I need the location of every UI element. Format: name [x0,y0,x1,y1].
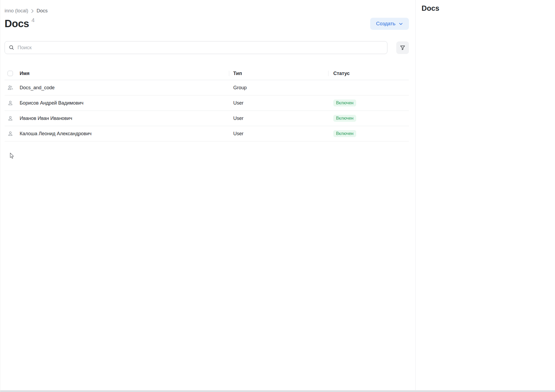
column-separator [229,71,229,76]
search-icon [9,45,14,51]
row-status: Включен [328,95,409,111]
breadcrumb: inno (local) Docs [5,8,409,14]
breadcrumb-item-root[interactable]: inno (local) [5,8,28,14]
entity-count: 4 [31,17,35,23]
row-status: Включен [328,111,409,126]
side-panel-title: Docs [422,4,555,13]
user-icon [8,100,13,106]
toolbar [5,41,409,54]
row-status: Включен [328,126,409,141]
table-row[interactable]: Калоша Леонид Александрович User Включен [5,126,409,141]
table-row[interactable]: Иванов Иван Иванович User Включен [5,111,409,126]
column-header-name[interactable]: Имя [20,71,229,76]
select-all-checkbox[interactable] [8,71,13,76]
page-header: Docs 4 Создать [5,17,409,30]
entity-table: Имя Тип Статус Docs_and_code Group [5,67,409,141]
status-badge: Включен [333,99,356,106]
app-window: inno (local) Docs Docs 4 Создать [0,0,555,392]
page-title: Docs [5,17,29,30]
table-row[interactable]: Борисов Андрей Вадимович User Включен [5,95,409,111]
row-status [328,80,409,95]
column-header-status[interactable]: Статус [328,67,409,80]
row-name: Борисов Андрей Вадимович [20,100,229,106]
column-header-type-label: Тип [233,71,242,76]
row-type: User [229,111,328,126]
row-type: User [229,95,328,111]
create-button[interactable]: Создать [370,18,409,30]
table-row[interactable]: Docs_and_code Group [5,80,409,95]
group-icon [8,85,13,91]
status-badge: Включен [333,130,356,137]
column-header-type[interactable]: Тип [229,67,328,80]
status-badge: Включен [333,115,356,122]
header-select-cell [5,71,20,76]
row-name: Docs_and_code [20,85,229,91]
search-input[interactable] [5,41,387,54]
column-header-status-label: Статус [333,71,350,76]
user-icon [8,131,13,137]
user-icon [8,116,13,121]
filter-icon [400,45,405,51]
breadcrumb-item-current: Docs [37,8,48,14]
mouse-cursor [10,153,15,159]
row-name: Калоша Леонид Александрович [20,131,229,137]
chevron-down-icon [399,22,403,26]
row-name: Иванов Иван Иванович [20,116,229,121]
create-button-label: Создать [376,21,395,27]
row-type: Group [229,80,328,95]
row-type: User [229,126,328,141]
side-panel: Docs [415,0,555,392]
filter-button[interactable] [396,41,409,54]
horizontal-scrollbar[interactable] [0,390,555,392]
main-panel: inno (local) Docs Docs 4 Создать [0,0,415,392]
table-header-row: Имя Тип Статус [5,67,409,80]
column-separator [328,71,328,76]
breadcrumb-separator-icon [31,9,34,13]
